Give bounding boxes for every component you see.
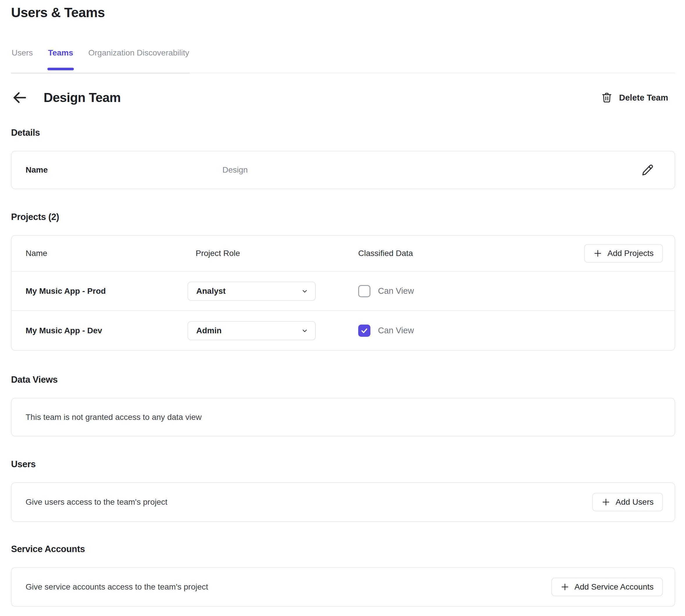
- add-projects-label: Add Projects: [607, 249, 654, 258]
- can-view-label: Can View: [378, 326, 414, 335]
- service-accounts-heading: Service Accounts: [11, 544, 675, 554]
- project-row-prod: My Music App - Prod Analyst Can View: [12, 272, 675, 311]
- can-view-label: Can View: [378, 286, 414, 296]
- plus-icon: [602, 498, 610, 506]
- column-header-name: Name: [26, 249, 188, 258]
- page: Users & Teams Users Teams Organization D…: [0, 0, 685, 607]
- add-users-label: Add Users: [616, 498, 654, 507]
- project-role-cell: Analyst: [188, 282, 358, 301]
- trash-icon: [601, 92, 613, 104]
- tab-organization-discoverability[interactable]: Organization Discoverability: [88, 48, 190, 73]
- service-accounts-empty-text: Give service accounts access to the team…: [26, 582, 208, 592]
- tab-users[interactable]: Users: [11, 48, 34, 73]
- users-heading: Users: [11, 459, 675, 469]
- classified-data-cell: Can View: [358, 285, 663, 297]
- users-empty-text: Give users access to the team's project: [26, 498, 168, 507]
- details-card: Name Design: [11, 151, 675, 189]
- project-name: My Music App - Dev: [26, 326, 188, 335]
- pencil-icon: [641, 164, 654, 176]
- projects-table-header: Name Project Role Classified Data Add Pr…: [12, 236, 675, 272]
- add-service-accounts-label: Add Service Accounts: [575, 582, 654, 592]
- classified-data-cell: Can View: [358, 325, 663, 337]
- data-views-heading: Data Views: [11, 375, 675, 385]
- detail-name-value: Design: [222, 165, 248, 175]
- tabs: Users Teams Organization Discoverability: [11, 48, 190, 73]
- project-role-value: Admin: [196, 326, 221, 335]
- detail-name-label: Name: [26, 165, 222, 175]
- add-users-button[interactable]: Add Users: [592, 493, 663, 511]
- can-view-checkbox[interactable]: [358, 285, 370, 297]
- project-name: My Music App - Prod: [26, 286, 188, 296]
- column-header-project-role: Project Role: [188, 249, 358, 258]
- details-heading: Details: [11, 128, 675, 138]
- project-role-cell: Admin: [188, 321, 358, 340]
- add-service-accounts-button[interactable]: Add Service Accounts: [551, 578, 663, 596]
- can-view-checkbox[interactable]: [358, 325, 370, 337]
- chevron-down-icon: [301, 327, 308, 334]
- check-icon: [360, 327, 368, 335]
- delete-team-label: Delete Team: [619, 93, 668, 103]
- projects-heading: Projects (2): [11, 212, 675, 222]
- delete-team-button[interactable]: Delete Team: [601, 92, 668, 104]
- tab-teams[interactable]: Teams: [47, 48, 74, 73]
- back-button[interactable]: [11, 89, 28, 106]
- chevron-down-icon: [301, 288, 308, 295]
- team-title: Design Team: [44, 90, 121, 105]
- tab-bar: Users Teams Organization Discoverability: [11, 48, 675, 73]
- service-accounts-card: Give service accounts access to the team…: [11, 567, 675, 607]
- arrow-left-icon: [11, 89, 28, 106]
- data-views-card: This team is not granted access to any d…: [11, 398, 675, 436]
- page-title: Users & Teams: [11, 0, 675, 20]
- plus-icon: [594, 249, 602, 258]
- plus-icon: [560, 582, 569, 591]
- project-role-select[interactable]: Analyst: [188, 282, 316, 301]
- projects-card: Name Project Role Classified Data Add Pr…: [11, 235, 675, 351]
- project-row-dev: My Music App - Dev Admin Can View: [12, 311, 675, 350]
- data-views-empty-text: This team is not granted access to any d…: [26, 413, 201, 422]
- project-role-value: Analyst: [196, 286, 226, 296]
- column-header-classified-data: Classified Data: [358, 249, 584, 258]
- edit-name-button[interactable]: [641, 164, 654, 176]
- users-card: Give users access to the team's project …: [11, 482, 675, 522]
- add-projects-button[interactable]: Add Projects: [584, 244, 663, 263]
- team-header: Design Team Delete Team: [11, 89, 675, 106]
- project-role-select[interactable]: Admin: [188, 321, 316, 340]
